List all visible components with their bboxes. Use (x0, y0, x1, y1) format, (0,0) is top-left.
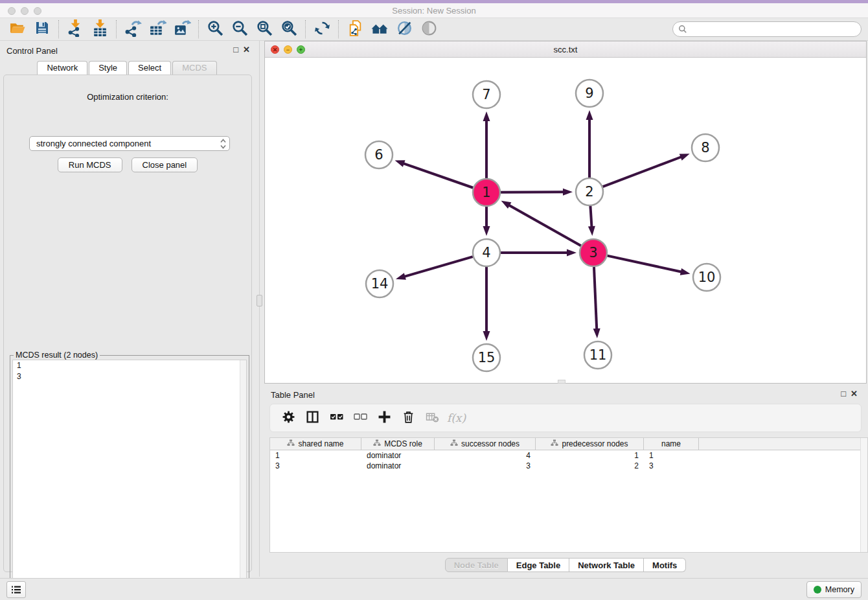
splitter-handle[interactable] (257, 295, 262, 306)
table-settings-button[interactable] (277, 408, 301, 428)
copy-network-button[interactable] (343, 19, 367, 39)
table-panel: Table Panel □ ✕ f(x) shared nameMCDS rol… (264, 385, 867, 577)
close-panel-button[interactable]: Close panel (131, 157, 198, 172)
export-network-button[interactable] (120, 19, 145, 39)
tab-edge-table[interactable]: Edge Table (508, 558, 569, 572)
search-box[interactable] (672, 21, 862, 37)
zoom-out-button[interactable] (227, 19, 252, 39)
birds-eye-icon (420, 19, 438, 40)
memory-button[interactable]: Memory (806, 581, 862, 598)
delete-column-button[interactable] (396, 408, 420, 428)
table-row[interactable]: 3dominator323 (270, 461, 867, 471)
zoom-selected-button[interactable] (277, 19, 301, 39)
import-network-button[interactable] (63, 19, 87, 39)
checked-boxes-icon (330, 410, 344, 426)
graph-edge-1-6[interactable] (402, 163, 473, 188)
tab-node-table[interactable]: Node Table (445, 558, 508, 572)
float-table-panel-icon[interactable]: □ (841, 389, 846, 399)
zoom-fit-button[interactable] (252, 19, 277, 39)
graph-edge-2-8[interactable] (603, 156, 683, 187)
graph-edge-4-14[interactable] (403, 257, 472, 277)
copy-network-icon (347, 19, 364, 40)
graph-edge-2-3[interactable] (590, 206, 591, 228)
graph-edge-3-1[interactable] (508, 205, 581, 246)
arrowhead-icon (483, 331, 490, 341)
plus-icon (378, 410, 391, 426)
graph-node-label: 9 (585, 86, 593, 101)
column-header-shared-name[interactable]: shared name (270, 438, 361, 450)
close-panel-icon[interactable]: ✕ (243, 45, 250, 55)
column-header-successor-nodes[interactable]: successor nodes (435, 438, 536, 450)
export-table-button[interactable] (145, 19, 170, 39)
table-cell[interactable]: 2 (536, 461, 644, 471)
float-panel-icon[interactable]: □ (233, 45, 238, 55)
toggle-graphics-button[interactable] (392, 19, 417, 39)
tab-network-table[interactable]: Network Table (569, 558, 644, 572)
table-row[interactable]: 1dominator411 (270, 450, 867, 461)
save-session-button[interactable] (30, 19, 54, 39)
gear-icon (282, 410, 295, 426)
table-cell[interactable]: 3 (270, 461, 361, 471)
table-cell[interactable]: 4 (435, 450, 536, 461)
mcds-result-area[interactable]: 13 (12, 360, 247, 597)
deselect-all-button[interactable] (348, 408, 372, 428)
criterion-dropdown[interactable]: strongly connected component (29, 136, 230, 151)
column-header-predecessor-nodes[interactable]: predecessor nodes (536, 438, 644, 450)
graph-edge-3-10[interactable] (607, 256, 682, 272)
tab-select[interactable]: Select (128, 61, 171, 75)
table-cell[interactable]: 1 (644, 450, 699, 461)
control-panel-title: Control Panel (6, 46, 58, 56)
run-mcds-button[interactable]: Run MCDS (58, 157, 122, 172)
panel-splitter[interactable] (259, 41, 260, 577)
import-table-button[interactable] (87, 19, 112, 39)
hide-graphics-icon (396, 19, 413, 40)
select-all-button[interactable] (325, 408, 348, 428)
arrowhead-icon (395, 160, 405, 167)
add-column-button[interactable] (372, 408, 396, 428)
zoom-in-button[interactable] (203, 19, 227, 39)
import-table-icon (91, 19, 109, 40)
browser-home-button[interactable] (367, 19, 392, 39)
column-header-label: predecessor nodes (562, 439, 628, 448)
graph-node-label: 3 (589, 245, 597, 260)
toolbar-group (203, 19, 301, 39)
refresh-button[interactable] (310, 19, 334, 39)
column-visibility-button[interactable] (301, 408, 325, 428)
close-table-panel-icon[interactable]: ✕ (851, 389, 858, 399)
table-cell[interactable]: 3 (644, 461, 699, 471)
trash-icon (402, 410, 415, 426)
toolbar-group (63, 19, 112, 39)
column-header-name[interactable]: name (644, 438, 699, 450)
network-window-titlebar[interactable]: ✕ − + scc.txt (265, 41, 866, 58)
mcds-result-line: 3 (13, 371, 246, 382)
canvas-resize-handle[interactable] (558, 380, 565, 384)
table-cell[interactable]: 3 (435, 461, 536, 471)
tab-mcds[interactable]: MCDS (172, 61, 216, 75)
folder-open-icon (9, 19, 27, 40)
column-header-mcds-role[interactable]: MCDS role (361, 438, 435, 450)
column-header-label: MCDS role (384, 439, 422, 448)
table-cell[interactable]: dominator (361, 450, 435, 461)
result-scrollbar[interactable] (240, 360, 246, 597)
table-panel-title: Table Panel (271, 390, 315, 400)
delete-table-icon (426, 410, 439, 426)
table-tabs: Node TableEdge TableNetwork TableMotifs (264, 558, 867, 572)
network-canvas[interactable]: 1234678910111415 (265, 58, 866, 383)
tab-network[interactable]: Network (37, 61, 87, 75)
task-history-button[interactable] (6, 581, 26, 598)
tab-motifs[interactable]: Motifs (644, 558, 686, 572)
tab-style[interactable]: Style (89, 61, 127, 75)
table-scrollbar[interactable] (860, 438, 867, 552)
graph-edge-1-2[interactable] (501, 192, 565, 192)
unchecked-boxes-icon (354, 410, 368, 426)
table-cell[interactable]: 1 (270, 450, 361, 461)
birds-eye-button[interactable] (417, 19, 441, 39)
table-cell[interactable]: dominator (361, 461, 435, 471)
table-cell[interactable]: 1 (536, 450, 644, 461)
arrowhead-icon (588, 226, 595, 236)
graph-edge-3-11[interactable] (594, 267, 597, 330)
zoom-out-icon (231, 19, 249, 40)
export-image-button[interactable] (170, 19, 194, 39)
search-input[interactable] (690, 23, 861, 35)
open-session-button[interactable] (5, 19, 30, 39)
